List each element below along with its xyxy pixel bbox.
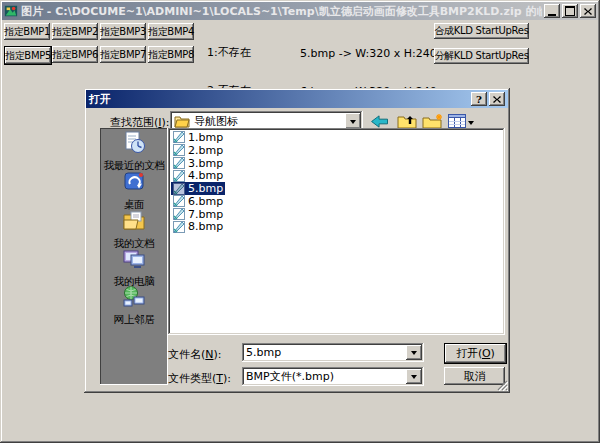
- bmp-file-icon: [173, 221, 185, 233]
- place-label: 网上邻居: [100, 313, 168, 327]
- new-folder-icon: [422, 113, 444, 129]
- file-name-label: 文件名(N):: [168, 347, 222, 362]
- maximize-icon: [565, 6, 575, 16]
- close-icon: [584, 8, 592, 15]
- view-list-icon: [448, 114, 466, 128]
- status-slot-1: 1:不存在: [207, 47, 251, 60]
- app-icon: [4, 4, 18, 18]
- bmp-file-icon: [173, 144, 185, 156]
- chevron-down-icon: [411, 351, 417, 358]
- file-item[interactable]: 1.bmp: [171, 131, 225, 144]
- chevron-down-icon: [411, 375, 417, 382]
- dialog-close-button[interactable]: [489, 92, 505, 106]
- help-button[interactable]: ?: [471, 92, 487, 106]
- bmp-file-icon: [173, 195, 185, 207]
- dialog-title: 打开: [89, 92, 469, 107]
- resize-grip[interactable]: [496, 379, 508, 391]
- minimize-button[interactable]: [544, 4, 560, 18]
- file-item[interactable]: 2.bmp: [171, 144, 225, 157]
- assign-bmp8-button[interactable]: 指定BMP8: [148, 46, 194, 63]
- place-network[interactable]: 网上邻居: [100, 285, 168, 327]
- bmp-file-icon: [173, 131, 185, 143]
- file-name-input[interactable]: 5.bmp: [246, 346, 406, 359]
- assign-bmp1-button[interactable]: 指定BMP1: [4, 23, 50, 40]
- open-dialog-titlebar[interactable]: 打开 ?: [86, 90, 508, 108]
- app-titlebar[interactable]: 图片 - C:\DOCUME~1\ADMINI~1\LOCALS~1\Temp\…: [2, 2, 598, 20]
- file-item[interactable]: 7.bmp: [171, 208, 225, 221]
- assign-bmp5-button[interactable]: 指定BMP5: [4, 46, 52, 65]
- bmp-file-icon: [173, 170, 185, 182]
- bmp-file-icon: [173, 208, 185, 220]
- place-my-documents[interactable]: 我的文档: [100, 209, 168, 251]
- help-icon: ?: [476, 94, 482, 105]
- file-item-selected[interactable]: 5.bmp: [171, 182, 225, 195]
- file-list[interactable]: 1.bmp 2.bmp 3.bmp 4.bmp 5.bmp 6.bmp 7.bm…: [168, 128, 505, 335]
- file-type-dropdown-button[interactable]: [406, 369, 422, 384]
- close-button[interactable]: [580, 4, 596, 18]
- maximize-button[interactable]: [562, 4, 578, 18]
- places-bar: 我最近的文档 桌面 我的文档 我的电脑 网上邻居: [100, 128, 168, 385]
- back-button[interactable]: [370, 114, 390, 129]
- close-icon: [493, 96, 501, 103]
- open-dialog: 打开 ? 查找范围(I): 导航图标 我最近的文档 桌面: [84, 88, 510, 393]
- file-item[interactable]: 8.bmp: [171, 221, 225, 234]
- file-type-label: 文件类型(T):: [168, 371, 231, 386]
- file-item[interactable]: 4.bmp: [171, 169, 225, 182]
- file-name-dropdown-button[interactable]: [406, 345, 422, 360]
- file-name-combobox[interactable]: 5.bmp: [242, 343, 424, 362]
- network-places-icon: [122, 285, 146, 309]
- desktop-icon: [122, 170, 146, 194]
- chevron-down-icon: [350, 120, 356, 127]
- look-in-dropdown-button[interactable]: [345, 113, 361, 129]
- view-menu-button[interactable]: [448, 114, 474, 128]
- place-desktop[interactable]: 桌面: [100, 170, 168, 212]
- look-in-value: 导航图标: [194, 114, 345, 129]
- recent-documents-icon: [122, 131, 146, 155]
- assign-bmp2-button[interactable]: 指定BMP2: [52, 23, 98, 40]
- bmp-file-icon: [173, 183, 185, 195]
- back-arrow-icon: [370, 114, 390, 129]
- app-window: 图片 - C:\DOCUME~1\ADMINI~1\LOCALS~1\Temp\…: [0, 0, 600, 443]
- my-documents-icon: [122, 209, 146, 233]
- place-recent-documents[interactable]: 我最近的文档: [100, 131, 168, 173]
- file-item[interactable]: 6.bmp: [171, 195, 225, 208]
- place-my-computer[interactable]: 我的电脑: [100, 247, 168, 289]
- compose-kld-button[interactable]: 合成KLD StartUpRes: [434, 23, 529, 39]
- chevron-down-icon: [468, 121, 474, 128]
- folder-open-icon: [174, 115, 190, 128]
- bmp-file-icon: [173, 157, 185, 169]
- file-type-combobox[interactable]: BMP文件(*.bmp): [242, 367, 424, 386]
- window-title: 图片 - C:\DOCUME~1\ADMINI~1\LOCALS~1\Temp\…: [21, 4, 542, 19]
- assign-bmp4-button[interactable]: 指定BMP4: [148, 23, 194, 40]
- up-folder-icon: [397, 113, 417, 129]
- up-one-level-button[interactable]: [397, 113, 417, 129]
- open-button[interactable]: 打开(O): [444, 343, 507, 364]
- minimize-icon: [548, 14, 556, 16]
- new-folder-button[interactable]: [422, 113, 444, 129]
- my-computer-icon: [122, 247, 146, 271]
- assign-bmp3-button[interactable]: 指定BMP3: [100, 23, 146, 40]
- decompose-kld-button[interactable]: 分解KLD StartUpRes: [434, 48, 529, 64]
- bmp-info-5: 5.bmp -> W:320 x H:240: [300, 48, 437, 61]
- file-item[interactable]: 3.bmp: [171, 157, 225, 170]
- assign-bmp6-button[interactable]: 指定BMP6: [52, 46, 98, 63]
- assign-bmp7-button[interactable]: 指定BMP7: [100, 46, 146, 63]
- file-type-value: BMP文件(*.bmp): [246, 369, 406, 384]
